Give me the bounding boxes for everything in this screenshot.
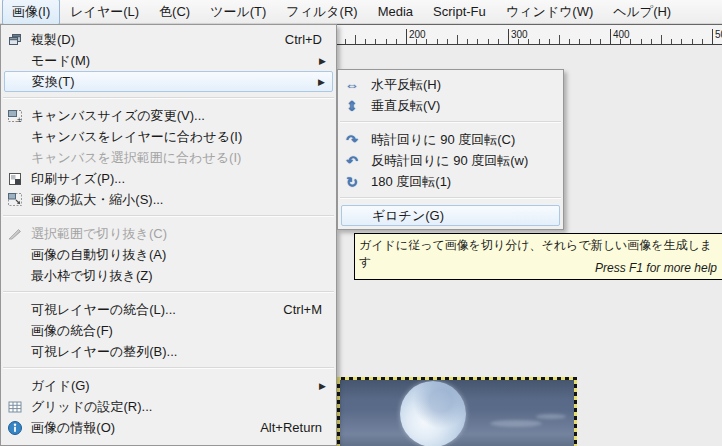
menu-item-rotate-180[interactable]: ↻ 180 度回転(1)	[338, 171, 563, 192]
menu-item-label: 可視レイヤーの統合(L)...	[31, 301, 176, 319]
menu-item-label: 最小枠で切り抜き(Z)	[31, 267, 153, 285]
duplicate-icon	[7, 32, 23, 48]
menu-shortcut: Ctrl+D	[285, 32, 332, 47]
menu-item-zealous-crop[interactable]: 最小枠で切り抜き(Z)	[1, 265, 336, 286]
menu-item-autocrop-image[interactable]: 画像の自動切り抜き(A)	[1, 244, 336, 265]
menu-item-mode[interactable]: モード(M) ▶	[1, 50, 336, 71]
menu-separator	[3, 291, 334, 293]
ruler-label: 400	[610, 29, 630, 44]
menu-item-label: 変換(T)	[32, 73, 75, 91]
icon-spacer	[7, 129, 23, 145]
icon-spacer	[7, 150, 23, 166]
rotate-180-icon: ↻	[344, 174, 360, 190]
menu-separator	[3, 215, 334, 217]
menu-item-label: 画像の統合(F)	[31, 322, 113, 340]
menu-item-rotate-90-counterclockwise[interactable]: ↶ 反時計回りに 90 度回転(w)	[338, 150, 563, 171]
menu-item-guillotine[interactable]: ギロチン(G)	[341, 205, 560, 226]
menu-item-label: 180 度回転(1)	[371, 173, 451, 191]
menu-item-label: キャンバスをレイヤーに合わせる(I)	[31, 128, 242, 146]
svg-text:±: ±	[17, 115, 22, 124]
menubar-item-filters[interactable]: フィルタ(R)	[276, 0, 367, 25]
menu-item-label: 垂直反転(V)	[371, 97, 440, 115]
layer-boundary-right	[574, 380, 577, 446]
menubar-item-colors[interactable]: 色(C)	[149, 0, 200, 25]
menu-item-flip-vertically[interactable]: ⇕ 垂直反転(V)	[338, 95, 563, 116]
icon-spacer	[345, 208, 361, 224]
tooltip-help-hint: Press F1 for more help	[595, 261, 717, 275]
menu-item-label: 時計回りに 90 度回転(C)	[371, 131, 515, 149]
image-canvas-moon-photo[interactable]	[340, 380, 574, 446]
menu-item-guides[interactable]: ガイド(G) ▶	[1, 375, 336, 396]
menubar-item-layer[interactable]: レイヤー(L)	[60, 0, 149, 25]
menu-item-fit-canvas-to-selection: キャンバスを選択範囲に合わせる(I)	[1, 147, 336, 168]
icon-spacer	[7, 344, 23, 360]
gimp-window: { "menubar": { "items": [ {"label": "画像(…	[0, 0, 722, 446]
menu-item-label: ギロチン(G)	[372, 207, 444, 225]
horizontal-ruler[interactable]: 200 300 400 500	[336, 24, 722, 45]
menu-shortcut: Ctrl+M	[283, 302, 332, 317]
menubar-item-windows[interactable]: ウィンドウ(W)	[496, 0, 603, 25]
info-icon	[7, 420, 23, 436]
menu-item-rotate-90-clockwise[interactable]: ↷ 時計回りに 90 度回転(C)	[338, 129, 563, 150]
ruler-medium-ticks	[336, 35, 722, 44]
menubar: 画像(I) レイヤー(L) 色(C) ツール(T) フィルタ(R) Media …	[0, 0, 722, 24]
menu-item-align-visible-layers[interactable]: 可視レイヤーの整列(B)...	[1, 341, 336, 362]
menu-item-label: モード(M)	[31, 52, 90, 70]
submenu-arrow-icon: ▶	[319, 381, 332, 391]
moon-image	[400, 381, 466, 446]
menu-item-scale-image[interactable]: 画像の拡大・縮小(S)...	[1, 189, 336, 210]
menu-item-label: 印刷サイズ(P)...	[31, 170, 125, 188]
menu-item-duplicate[interactable]: 複製(D) Ctrl+D	[1, 29, 336, 50]
crop-selection-icon	[7, 226, 23, 242]
menu-separator	[3, 367, 334, 369]
cloud-image	[490, 420, 542, 427]
menu-item-label: グリッドの設定(R)...	[31, 398, 152, 416]
icon-spacer	[7, 378, 23, 394]
transform-submenu: ⇔ 水平反転(H) ⇕ 垂直反転(V) ↷ 時計回りに 90 度回転(C) ↶ …	[337, 69, 564, 230]
canvas-resize-icon: ±	[7, 108, 23, 124]
ruler-label: 500	[712, 29, 722, 44]
menu-item-label: 複製(D)	[31, 31, 75, 49]
menubar-item-media[interactable]: Media	[368, 0, 423, 23]
menu-item-label: ガイド(G)	[31, 377, 90, 395]
menu-item-configure-grid[interactable]: グリッドの設定(R)...	[1, 396, 336, 417]
menu-item-fit-canvas-to-layers[interactable]: キャンバスをレイヤーに合わせる(I)	[1, 126, 336, 147]
ruler-label: 300	[508, 29, 528, 44]
image-menu-dropdown: 複製(D) Ctrl+D モード(M) ▶ 変換(T) ▶ ± キャンバスサイズ…	[0, 24, 337, 446]
submenu-arrow-icon: ▶	[318, 77, 331, 87]
guillotine-tooltip: ガイドに従って画像を切り分け、それらで新しい画像を生成します Press F1 …	[354, 233, 722, 280]
menu-item-label: 画像の情報(O)	[31, 419, 115, 437]
menu-separator	[3, 97, 334, 99]
icon-spacer	[8, 74, 24, 90]
menu-item-merge-visible-layers[interactable]: 可視レイヤーの統合(L)... Ctrl+M	[1, 299, 336, 320]
icon-spacer	[7, 247, 23, 263]
icon-spacer	[7, 302, 23, 318]
menu-item-image-properties[interactable]: 画像の情報(O) Alt+Return	[1, 417, 336, 438]
print-size-icon	[7, 171, 23, 187]
menu-item-flatten-image[interactable]: 画像の統合(F)	[1, 320, 336, 341]
menu-item-label: キャンバスを選択範囲に合わせる(I)	[31, 149, 241, 167]
menubar-item-scriptfu[interactable]: Script-Fu	[423, 0, 496, 23]
flip-horizontal-icon: ⇔	[344, 77, 360, 93]
menu-item-flip-horizontally[interactable]: ⇔ 水平反転(H)	[338, 74, 563, 95]
menu-item-crop-to-selection: 選択範囲で切り抜き(C)	[1, 223, 336, 244]
menu-item-label: 可視レイヤーの整列(B)...	[31, 343, 177, 361]
menu-item-canvas-size[interactable]: ± キャンバスサイズの変更(V)...	[1, 105, 336, 126]
menu-item-print-size[interactable]: 印刷サイズ(P)...	[1, 168, 336, 189]
rotate-ccw-icon: ↶	[344, 153, 360, 169]
menu-item-label: 選択範囲で切り抜き(C)	[31, 225, 167, 243]
grid-icon	[7, 399, 23, 415]
menu-separator	[340, 121, 561, 123]
ruler-label: 200	[406, 29, 426, 44]
menu-shortcut: Alt+Return	[260, 420, 332, 435]
flip-vertical-icon: ⇕	[344, 98, 360, 114]
icon-spacer	[7, 53, 23, 69]
cloud-image	[536, 414, 566, 419]
menu-item-label: 画像の自動切り抜き(A)	[31, 246, 166, 264]
menu-item-label: 水平反転(H)	[371, 76, 441, 94]
menubar-item-help[interactable]: ヘルプ(H)	[603, 0, 681, 25]
menubar-item-tools[interactable]: ツール(T)	[200, 0, 276, 25]
menubar-item-image[interactable]: 画像(I)	[2, 0, 60, 25]
menu-item-transform[interactable]: 変換(T) ▶	[4, 71, 333, 92]
menu-item-label: キャンバスサイズの変更(V)...	[31, 107, 205, 125]
